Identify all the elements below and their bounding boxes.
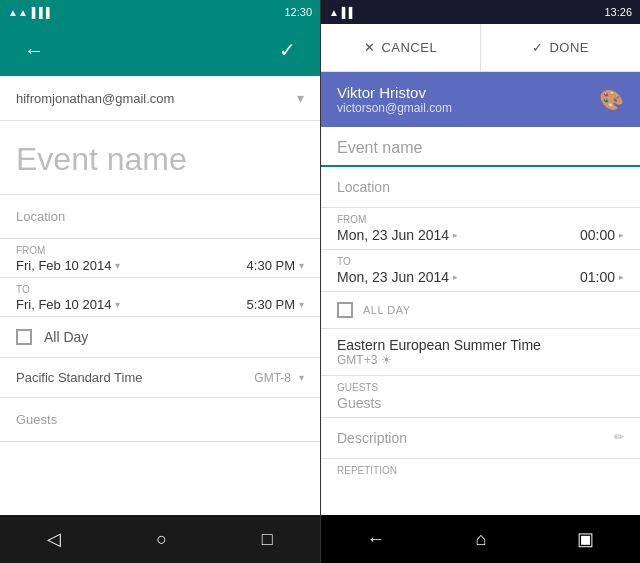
bottom-nav-left: ◁ ○ □ — [0, 515, 320, 563]
content-left: hifromjonathan@gmail.com ▾ Event name Lo… — [0, 76, 320, 515]
from-time-chevron-icon-left: ▾ — [299, 260, 304, 271]
event-name-placeholder-left[interactable]: Event name — [0, 121, 320, 195]
event-name-input-row[interactable]: Event name — [321, 127, 640, 167]
from-date-value-right: Mon, 23 Jun 2014 — [337, 227, 449, 243]
recent-nav-icon-left[interactable]: □ — [246, 521, 289, 558]
location-placeholder-right: Location — [337, 179, 390, 195]
back-button-left[interactable]: ← — [16, 31, 52, 70]
to-date-time-right: Mon, 23 Jun 2014 ▸ 01:00 ▸ — [337, 269, 624, 285]
event-name-input-right[interactable]: Event name — [337, 139, 422, 156]
check-button-left[interactable]: ✓ — [271, 30, 304, 70]
home-nav-icon-left[interactable]: ○ — [140, 521, 183, 558]
timezone-name-left: Pacific Standard Time — [16, 370, 246, 385]
from-time-value-right: 00:00 — [580, 227, 615, 243]
user-header: Viktor Hristov victorson@gmail.com 🎨 — [321, 72, 640, 127]
done-check-icon: ✓ — [532, 40, 544, 55]
done-label: DONE — [549, 40, 589, 55]
repetition-label-right: REPETITION — [337, 465, 624, 476]
content-right: Event name Location FROM Mon, 23 Jun 201… — [321, 127, 640, 515]
user-info: Viktor Hristov victorson@gmail.com — [337, 84, 452, 115]
cancel-x-icon: ✕ — [364, 40, 376, 55]
allday-checkbox-right[interactable] — [337, 302, 353, 318]
palette-icon[interactable]: 🎨 — [599, 88, 624, 112]
user-name: Viktor Hristov — [337, 84, 452, 101]
back-nav-icon-right[interactable]: ← — [351, 521, 401, 558]
top-bar-right: ✕ CANCEL ✓ DONE — [321, 24, 640, 72]
from-date-value-left: Fri, Feb 10 2014 — [16, 258, 111, 273]
done-button[interactable]: ✓ DONE — [481, 24, 640, 71]
allday-label-right: ALL DAY — [363, 304, 411, 316]
from-time-right[interactable]: 00:00 ▸ — [580, 227, 624, 243]
from-label-right: FROM — [337, 214, 624, 225]
from-date-right[interactable]: Mon, 23 Jun 2014 ▸ — [337, 227, 458, 243]
timezone-gmt-right: GMT+3 ☀ — [337, 353, 624, 367]
from-time-left[interactable]: 4:30 PM ▾ — [247, 258, 304, 273]
to-date-left[interactable]: Fri, Feb 10 2014 ▾ — [16, 297, 120, 312]
guests-section-right[interactable]: GUESTS Guests — [321, 376, 640, 418]
location-row-right[interactable]: Location — [321, 167, 640, 208]
timezone-gmt-left: GMT-8 — [254, 371, 291, 385]
guests-label-right: GUESTS — [337, 382, 624, 393]
timezone-name-right: Eastern European Summer Time — [337, 337, 624, 353]
allday-row-left[interactable]: All Day — [0, 317, 320, 358]
to-time-value-left: 5:30 PM — [247, 297, 295, 312]
to-time-value-right: 01:00 — [580, 269, 615, 285]
guests-placeholder-left: Guests — [16, 412, 304, 427]
account-chevron-icon: ▾ — [297, 90, 304, 106]
from-section-left: From Fri, Feb 10 2014 ▾ 4:30 PM ▾ — [0, 239, 320, 278]
timezone-sun-icon: ☀ — [381, 353, 392, 367]
account-row[interactable]: hifromjonathan@gmail.com ▾ — [0, 76, 320, 121]
to-date-value-right: Mon, 23 Jun 2014 — [337, 269, 449, 285]
timezone-row-left[interactable]: Pacific Standard Time GMT-8 ▾ — [0, 358, 320, 398]
to-date-chevron-icon-left: ▾ — [115, 299, 120, 310]
to-time-chevron-icon-left: ▾ — [299, 299, 304, 310]
to-time-left[interactable]: 5:30 PM ▾ — [247, 297, 304, 312]
from-section-right: FROM Mon, 23 Jun 2014 ▸ 00:00 ▸ — [321, 208, 640, 250]
signal-icon-right: ▲ ▌▌ — [329, 7, 356, 18]
status-bar-left: ▲▲ ▌▌▌ 12:30 — [0, 0, 320, 24]
from-time-value-left: 4:30 PM — [247, 258, 295, 273]
guests-row-left[interactable]: Guests — [0, 398, 320, 442]
account-email: hifromjonathan@gmail.com — [16, 91, 174, 106]
allday-row-right[interactable]: ALL DAY — [321, 292, 640, 329]
bottom-nav-right: ← ⌂ ▣ — [321, 515, 640, 563]
repetition-section-right: REPETITION — [321, 459, 640, 482]
user-email: victorson@gmail.com — [337, 101, 452, 115]
from-date-time-left: Fri, Feb 10 2014 ▾ 4:30 PM ▾ — [16, 258, 304, 273]
from-date-chevron-icon-left: ▾ — [115, 260, 120, 271]
back-nav-icon-left[interactable]: ◁ — [31, 520, 77, 558]
to-time-right[interactable]: 01:00 ▸ — [580, 269, 624, 285]
battery-icon-left: ▌▌▌ — [32, 7, 53, 18]
from-label-left: From — [16, 245, 304, 256]
to-section-right: TO Mon, 23 Jun 2014 ▸ 01:00 ▸ — [321, 250, 640, 292]
to-date-value-left: Fri, Feb 10 2014 — [16, 297, 111, 312]
to-label-right: TO — [337, 256, 624, 267]
allday-checkbox-left[interactable] — [16, 329, 32, 345]
home-nav-icon-right[interactable]: ⌂ — [460, 521, 503, 558]
to-date-time-left: Fri, Feb 10 2014 ▾ 5:30 PM ▾ — [16, 297, 304, 312]
to-label-left: To — [16, 284, 304, 295]
location-placeholder-left: Location — [16, 209, 304, 224]
time-left: 12:30 — [284, 6, 312, 18]
time-right: 13:26 — [604, 6, 632, 18]
timezone-chevron-icon-left: ▾ — [299, 372, 304, 383]
allday-label-left: All Day — [44, 329, 88, 345]
to-date-right[interactable]: Mon, 23 Jun 2014 ▸ — [337, 269, 458, 285]
timezone-gmt-value-right: GMT+3 — [337, 353, 377, 367]
phone-left: ▲▲ ▌▌▌ 12:30 ← ✓ hifromjonathan@gmail.co… — [0, 0, 320, 563]
pencil-icon-right: ✏ — [614, 430, 624, 444]
timezone-info-right: Eastern European Summer Time GMT+3 ☀ — [321, 329, 640, 376]
status-bar-right: ▲ ▌▌ 13:26 — [321, 0, 640, 24]
from-date-left[interactable]: Fri, Feb 10 2014 ▾ — [16, 258, 120, 273]
description-row-right[interactable]: Description ✏ — [321, 418, 640, 459]
to-section-left: To Fri, Feb 10 2014 ▾ 5:30 PM ▾ — [0, 278, 320, 317]
from-date-time-right: Mon, 23 Jun 2014 ▸ 00:00 ▸ — [337, 227, 624, 243]
cancel-button[interactable]: ✕ CANCEL — [321, 24, 481, 71]
location-row-left[interactable]: Location — [0, 195, 320, 239]
description-placeholder-right: Description — [337, 430, 407, 446]
signal-icon-left: ▲▲ — [8, 7, 28, 18]
recent-nav-icon-right[interactable]: ▣ — [561, 520, 610, 558]
from-time-chevron-icon-right: ▸ — [619, 230, 624, 240]
to-date-chevron-icon-right: ▸ — [453, 272, 458, 282]
cancel-label: CANCEL — [381, 40, 437, 55]
